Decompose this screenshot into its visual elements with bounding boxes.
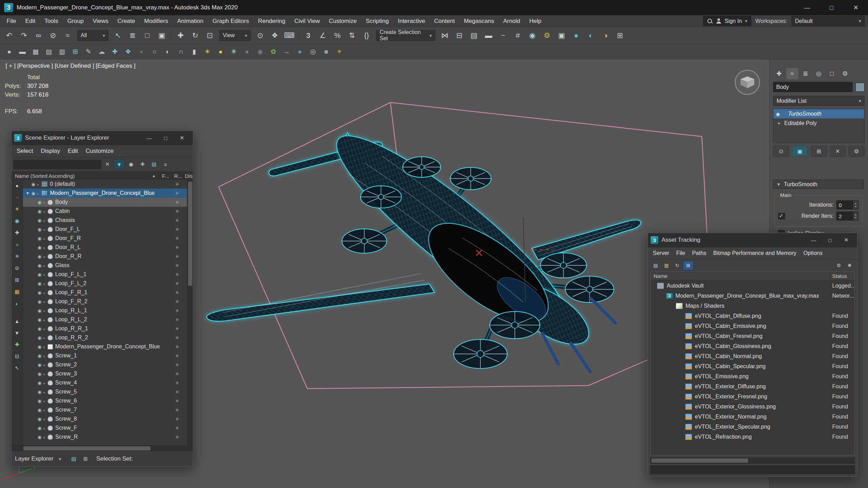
menu-item[interactable]: Content	[430, 15, 460, 27]
percent-snap-icon[interactable]: %	[330, 28, 344, 42]
render-iters-spinner[interactable]: 2 ▴▾	[836, 212, 859, 221]
mirror-icon[interactable]: ⋈	[438, 28, 452, 42]
asset-row[interactable]: eVTOL_Cabin_Fresnel.png Found	[651, 331, 854, 341]
explorer-layers-icon[interactable]: ▤	[68, 454, 79, 464]
object-name-field[interactable]: Body	[773, 82, 853, 92]
undo-icon[interactable]: ↶	[2, 28, 16, 42]
scene-row[interactable]: Body	[23, 198, 187, 207]
asset-row[interactable]: eVTOL_Exterior_Fresnel.png Found	[651, 391, 854, 402]
collapse-icon[interactable]: ≡	[160, 160, 171, 169]
rendered-frame-window-icon[interactable]: ▣	[554, 28, 569, 42]
scene-row[interactable]: Loop_F_R_1	[23, 288, 187, 297]
rect-light-icon[interactable]: ▫	[135, 46, 148, 58]
visibility-eye-icon[interactable]	[38, 208, 41, 214]
modifier-eye-icon[interactable]	[776, 111, 780, 117]
minimize-button[interactable]: —	[141, 131, 157, 144]
target-sphere-icon[interactable]: ◉	[254, 46, 267, 58]
select-and-manipulate-icon[interactable]: ❖	[268, 28, 282, 42]
selection-dot-icon[interactable]	[37, 190, 39, 196]
visibility-eye-icon[interactable]	[38, 271, 41, 278]
create-selection-set-dropdown[interactable]: Create Selection Set	[376, 30, 435, 41]
scrollbar-thumb[interactable]	[188, 182, 192, 286]
selection-dot-icon[interactable]	[43, 389, 45, 395]
scene-row[interactable]: Door_R_R	[23, 252, 187, 261]
filter-materials-icon[interactable]: ◐	[13, 299, 22, 308]
asset-table-icon[interactable]: ⊞	[683, 261, 693, 270]
selection-dot-icon[interactable]	[43, 407, 45, 413]
window-layout-icon[interactable]: ⊞	[613, 28, 627, 42]
visibility-eye-icon[interactable]	[38, 371, 41, 377]
asset-details-icon[interactable]: ▤	[651, 261, 660, 270]
visibility-eye-icon[interactable]	[38, 362, 41, 368]
menu-item[interactable]: Rendering	[253, 15, 290, 27]
asset-row[interactable]: eVTOL_Emissive.png Found	[651, 371, 854, 381]
menu-item[interactable]: Arnold	[498, 15, 525, 27]
selection-filter-dropdown[interactable]: All	[77, 30, 108, 41]
bind-to-spacewarp-icon[interactable]: ≈	[60, 28, 75, 42]
close-button[interactable]: ✕	[844, 0, 868, 15]
selection-dot-icon[interactable]	[43, 398, 45, 404]
asset-settings-icon[interactable]: ⚙	[834, 261, 844, 270]
filter-groups-icon[interactable]: ⊞	[13, 275, 22, 284]
visibility-eye-icon[interactable]	[38, 353, 41, 359]
visibility-eye-icon[interactable]	[31, 190, 35, 196]
scene-row[interactable]: Screw_R	[23, 432, 187, 441]
frozen-icon[interactable]	[175, 371, 179, 377]
reference-coordinate-dropdown[interactable]: View	[219, 30, 251, 41]
scene-row[interactable]: Door_F_R	[23, 234, 187, 243]
maximize-button[interactable]: □	[157, 131, 174, 144]
asset-row[interactable]: eVTOL_Refraction.png Found	[651, 432, 854, 442]
schematic-view-icon[interactable]: #	[511, 28, 525, 42]
render-production-icon[interactable]: ●	[569, 28, 583, 42]
filter-spacewarps-icon[interactable]: ≈	[13, 240, 22, 249]
selection-dot-icon[interactable]	[43, 271, 45, 278]
search-input[interactable]	[14, 160, 101, 169]
configure-modifier-sets-icon[interactable]: ⚙	[849, 146, 865, 157]
selection-dot-icon[interactable]	[43, 199, 45, 205]
vertical-scrollbar[interactable]	[187, 180, 193, 446]
material-editor-icon[interactable]: ◉	[525, 28, 540, 42]
filter-icon[interactable]: ▼	[114, 159, 125, 169]
visibility-eye-icon[interactable]	[38, 280, 41, 287]
utilities-tab-icon[interactable]: ⚙	[839, 68, 851, 79]
menu-item[interactable]: Select	[13, 145, 37, 157]
frozen-icon[interactable]	[175, 326, 179, 331]
sort-ascending-icon[interactable]: ▲	[13, 316, 22, 325]
sheet-icon[interactable]: ▥	[56, 46, 68, 58]
filter-helpers-icon[interactable]: ✚	[13, 228, 22, 237]
frozen-icon[interactable]	[175, 308, 179, 313]
maximize-button[interactable]: □	[822, 233, 838, 247]
asset-row[interactable]: eVTOL_Cabin_Glossiness.png Found	[651, 341, 854, 351]
selection-dot-icon[interactable]	[43, 434, 45, 440]
add-layer-icon[interactable]: ✚	[137, 160, 148, 169]
workspace-select[interactable]: Default ▾	[792, 16, 865, 26]
selection-dot-icon[interactable]	[43, 298, 45, 305]
visibility-eye-icon[interactable]	[38, 434, 41, 440]
frozen-icon[interactable]	[175, 380, 179, 386]
toggle-layer-explorer-icon[interactable]: ▤	[467, 28, 481, 42]
scene-row[interactable]: Door_F_L	[23, 225, 187, 234]
visibility-eye-icon[interactable]	[38, 389, 41, 395]
menu-item[interactable]: Interactive	[393, 15, 429, 27]
maximize-button[interactable]: □	[819, 0, 844, 15]
frozen-icon[interactable]	[175, 389, 179, 395]
menu-item[interactable]: Views	[88, 15, 113, 27]
asset-refresh-icon[interactable]: ↻	[672, 261, 682, 270]
blue-sphere-icon[interactable]: ●	[293, 46, 306, 58]
close-button[interactable]: ✕	[838, 233, 854, 247]
asset-row[interactable]: eVTOL_Exterior_Glossiness.png Found	[651, 402, 854, 412]
selection-dot-icon[interactable]	[43, 217, 45, 223]
menu-item[interactable]: File	[673, 247, 689, 259]
pick-icon[interactable]: ↖	[13, 364, 22, 373]
visibility-eye-icon[interactable]	[38, 325, 41, 332]
frozen-icon[interactable]	[175, 425, 179, 431]
new-layer-icon[interactable]: ▤	[149, 160, 159, 169]
selection-dot-icon[interactable]	[43, 362, 45, 368]
scrollbar-thumb[interactable]	[651, 458, 748, 463]
gem-icon[interactable]: ❖	[122, 46, 135, 58]
filter-cameras-icon[interactable]: ◉	[13, 216, 22, 225]
modify-tab-icon[interactable]: ≈	[786, 68, 798, 79]
scene-row[interactable]: 0 (default)	[23, 180, 187, 189]
render-iters-checkbox[interactable]	[778, 213, 785, 220]
scene-row[interactable]: Screw_4	[23, 378, 187, 387]
